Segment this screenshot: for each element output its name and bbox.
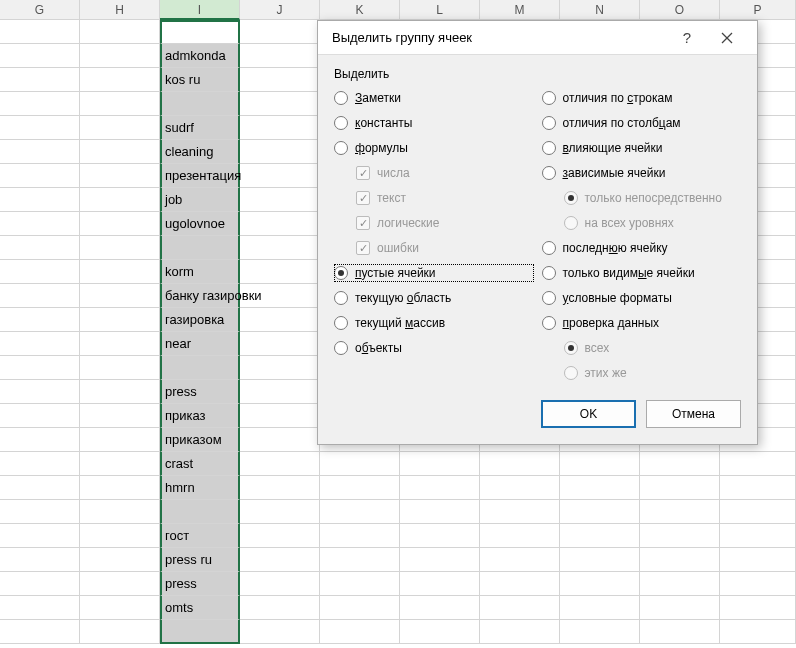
- cell[interactable]: [80, 236, 160, 260]
- cell[interactable]: [240, 332, 320, 356]
- cell[interactable]: [0, 404, 80, 428]
- cell[interactable]: [240, 380, 320, 404]
- cell[interactable]: [480, 596, 560, 620]
- cell[interactable]: [0, 260, 80, 284]
- col-header-L[interactable]: L: [400, 0, 480, 20]
- radio-Заметки[interactable]: Заметки: [334, 89, 534, 107]
- cell[interactable]: korm: [160, 260, 240, 284]
- cell[interactable]: [80, 284, 160, 308]
- cell[interactable]: [80, 452, 160, 476]
- cell[interactable]: [0, 476, 80, 500]
- cell[interactable]: [560, 476, 640, 500]
- cell[interactable]: [720, 572, 796, 596]
- col-header-P[interactable]: P: [720, 0, 796, 20]
- cell[interactable]: [80, 44, 160, 68]
- cell[interactable]: [0, 452, 80, 476]
- cell[interactable]: [640, 620, 720, 644]
- cell[interactable]: [80, 116, 160, 140]
- cell[interactable]: [240, 236, 320, 260]
- cell[interactable]: [320, 572, 400, 596]
- radio-только-видимые-ячейки[interactable]: только видимые ячейки: [542, 264, 742, 282]
- cell[interactable]: [720, 620, 796, 644]
- cell[interactable]: [160, 236, 240, 260]
- cell[interactable]: [0, 428, 80, 452]
- col-header-M[interactable]: M: [480, 0, 560, 20]
- cell[interactable]: приказом: [160, 428, 240, 452]
- cell[interactable]: [0, 548, 80, 572]
- cell[interactable]: [480, 452, 560, 476]
- cell[interactable]: [480, 548, 560, 572]
- cell[interactable]: [0, 380, 80, 404]
- cell[interactable]: [240, 308, 320, 332]
- radio-отличия-по-строкам[interactable]: отличия по строкам: [542, 89, 742, 107]
- cell[interactable]: [240, 116, 320, 140]
- cell[interactable]: omts: [160, 596, 240, 620]
- cell[interactable]: [560, 524, 640, 548]
- cell[interactable]: [640, 548, 720, 572]
- col-header-K[interactable]: K: [320, 0, 400, 20]
- cell[interactable]: [640, 476, 720, 500]
- cell[interactable]: [0, 68, 80, 92]
- cell[interactable]: [720, 500, 796, 524]
- cancel-button[interactable]: Отмена: [646, 400, 741, 428]
- cell[interactable]: [80, 188, 160, 212]
- radio-отличия-по-столбцам[interactable]: отличия по столбцам: [542, 114, 742, 132]
- cell[interactable]: [720, 548, 796, 572]
- cell[interactable]: [80, 428, 160, 452]
- cell[interactable]: [240, 548, 320, 572]
- cell[interactable]: [0, 164, 80, 188]
- cell[interactable]: [240, 596, 320, 620]
- radio-константы[interactable]: константы: [334, 114, 534, 132]
- cell[interactable]: [640, 524, 720, 548]
- cell[interactable]: [0, 356, 80, 380]
- cell[interactable]: банку газировки: [160, 284, 240, 308]
- cell[interactable]: [0, 44, 80, 68]
- cell[interactable]: [240, 428, 320, 452]
- cell[interactable]: press: [160, 380, 240, 404]
- cell[interactable]: [80, 548, 160, 572]
- cell[interactable]: [160, 620, 240, 644]
- radio-объекты[interactable]: объекты: [334, 339, 534, 357]
- radio-пустые-ячейки[interactable]: пустые ячейки: [334, 264, 534, 282]
- cell[interactable]: [80, 140, 160, 164]
- cell[interactable]: [0, 116, 80, 140]
- cell[interactable]: kos ru: [160, 68, 240, 92]
- cell[interactable]: [400, 524, 480, 548]
- cell[interactable]: [560, 548, 640, 572]
- cell[interactable]: [400, 596, 480, 620]
- cell[interactable]: [0, 500, 80, 524]
- cell[interactable]: [320, 548, 400, 572]
- cell[interactable]: [160, 500, 240, 524]
- cell[interactable]: [720, 476, 796, 500]
- cell[interactable]: job: [160, 188, 240, 212]
- cell[interactable]: [0, 140, 80, 164]
- cell[interactable]: [240, 140, 320, 164]
- cell[interactable]: [0, 284, 80, 308]
- cell[interactable]: [240, 356, 320, 380]
- cell[interactable]: презентация: [160, 164, 240, 188]
- cell[interactable]: [0, 20, 80, 44]
- cell[interactable]: [320, 596, 400, 620]
- ok-button[interactable]: OK: [541, 400, 636, 428]
- cell[interactable]: [320, 500, 400, 524]
- col-header-G[interactable]: G: [0, 0, 80, 20]
- radio-текущий-массив[interactable]: текущий массив: [334, 314, 534, 332]
- cell[interactable]: [80, 476, 160, 500]
- cell[interactable]: [320, 524, 400, 548]
- cell[interactable]: [80, 596, 160, 620]
- cell[interactable]: приказ: [160, 404, 240, 428]
- radio-влияющие-ячейки[interactable]: влияющие ячейки: [542, 139, 742, 157]
- cell[interactable]: crast: [160, 452, 240, 476]
- cell[interactable]: press: [160, 572, 240, 596]
- cell[interactable]: [0, 188, 80, 212]
- cell[interactable]: [80, 620, 160, 644]
- cell[interactable]: [0, 524, 80, 548]
- cell[interactable]: [480, 572, 560, 596]
- cell[interactable]: [640, 572, 720, 596]
- cell[interactable]: [0, 212, 80, 236]
- cell[interactable]: [320, 620, 400, 644]
- cell[interactable]: [240, 452, 320, 476]
- cell[interactable]: [480, 620, 560, 644]
- cell[interactable]: [400, 572, 480, 596]
- cell[interactable]: [320, 452, 400, 476]
